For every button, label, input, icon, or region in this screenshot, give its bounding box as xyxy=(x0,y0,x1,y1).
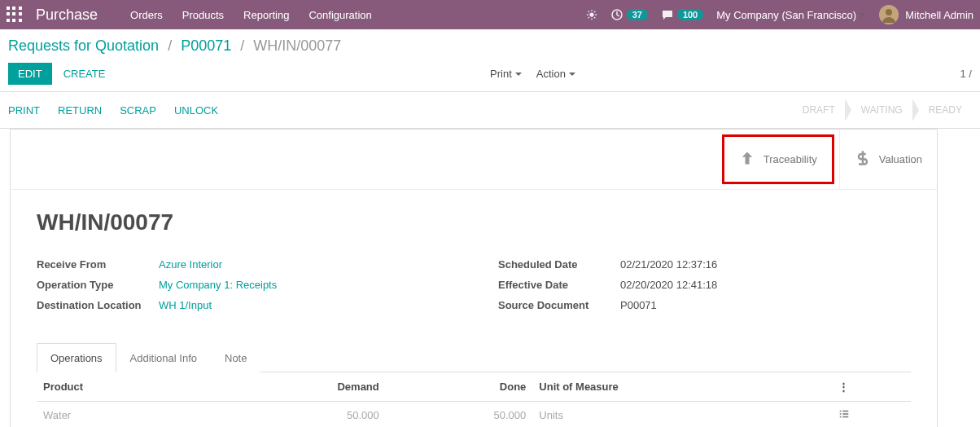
status-draft[interactable]: DRAFT xyxy=(793,99,845,121)
valuation-button[interactable]: Valuation xyxy=(839,130,937,189)
field-effective-date: Effective Date 02/20/2020 12:41:18 xyxy=(498,279,911,291)
avatar xyxy=(879,5,899,24)
svg-rect-9 xyxy=(842,416,848,418)
operation-type-link[interactable]: My Company 1: Receipts xyxy=(159,279,277,291)
action-row: PRINT RETURN SCRAP UNLOCK DRAFT WAITING … xyxy=(0,92,980,129)
activity-badge: 37 xyxy=(627,9,648,20)
company-selector[interactable]: My Company (San Francisco) xyxy=(716,9,866,21)
col-done[interactable]: Done xyxy=(386,372,533,402)
operations-table: Product Demand Done Unit of Measure ⋮ Wa… xyxy=(37,372,911,427)
field-destination-location: Destination Location WH 1/Input xyxy=(37,299,449,311)
control-row: EDIT CREATE Print Action 1 / xyxy=(0,58,980,92)
form-body: WH/IN/00077 Receive From Azure Interior … xyxy=(11,190,937,427)
tab-operations[interactable]: Operations xyxy=(37,343,116,372)
edit-button[interactable]: EDIT xyxy=(8,63,52,85)
arrow-up-icon xyxy=(739,150,755,169)
field-columns: Receive From Azure Interior Operation Ty… xyxy=(37,258,911,319)
field-col-left: Receive From Azure Interior Operation Ty… xyxy=(37,258,449,319)
field-source-document: Source Document P00071 xyxy=(498,299,911,311)
status-arrow-icon xyxy=(845,99,851,121)
return-action[interactable]: RETURN xyxy=(58,104,102,117)
receive-from-link[interactable]: Azure Interior xyxy=(159,258,222,271)
svg-point-3 xyxy=(886,9,892,15)
field-operation-type: Operation Type My Company 1: Receipts xyxy=(37,279,449,291)
cell-uom: Units xyxy=(532,402,832,428)
nav-orders[interactable]: Orders xyxy=(130,9,163,21)
table-row[interactable]: Water 50.000 50.000 Units xyxy=(37,402,911,428)
action-dropdown[interactable]: Action xyxy=(536,68,575,80)
chevron-down-icon xyxy=(515,73,522,76)
tab-note[interactable]: Note xyxy=(211,343,260,372)
record-title: WH/IN/00077 xyxy=(37,209,911,236)
messages-icon[interactable]: 100 xyxy=(661,8,703,21)
print-dropdown[interactable]: Print xyxy=(490,68,522,80)
tabs: Operations Additional Info Note xyxy=(37,342,911,372)
chevron-down-icon xyxy=(569,73,575,76)
svg-rect-6 xyxy=(840,413,842,415)
scrap-action[interactable]: SCRAP xyxy=(120,104,156,117)
messages-badge: 100 xyxy=(677,9,703,20)
breadcrumb-current: WH/IN/00077 xyxy=(253,37,341,54)
destination-location-link[interactable]: WH 1/Input xyxy=(159,299,212,311)
svg-rect-7 xyxy=(842,413,848,415)
topbar-right: 37 100 My Company (San Francisco) Mitche… xyxy=(586,5,973,24)
topbar: Purchase Orders Products Reporting Confi… xyxy=(0,0,980,29)
status-bar: DRAFT WAITING READY xyxy=(793,99,972,121)
cell-done: 50.000 xyxy=(386,402,533,428)
action-links: PRINT RETURN SCRAP UNLOCK xyxy=(8,104,793,117)
cell-detail[interactable] xyxy=(832,402,911,428)
user-menu[interactable]: Mitchell Admin xyxy=(879,5,973,24)
debug-icon[interactable] xyxy=(586,9,597,20)
cell-product: Water xyxy=(37,402,208,428)
chevron-down-icon xyxy=(860,13,866,16)
nav-configuration[interactable]: Configuration xyxy=(308,9,371,21)
field-scheduled-date: Scheduled Date 02/21/2020 12:37:16 xyxy=(498,258,911,271)
svg-rect-8 xyxy=(840,416,842,418)
traceability-button[interactable]: Traceability xyxy=(722,134,834,184)
app-title[interactable]: Purchase xyxy=(36,7,98,24)
field-receive-from: Receive From Azure Interior xyxy=(37,258,449,271)
list-icon xyxy=(838,410,850,422)
nav-products[interactable]: Products xyxy=(182,9,224,21)
breadcrumb-root[interactable]: Requests for Quotation xyxy=(8,37,159,54)
create-button[interactable]: CREATE xyxy=(63,68,106,80)
apps-icon[interactable] xyxy=(7,7,23,23)
svg-rect-4 xyxy=(840,411,842,412)
dollar-icon xyxy=(855,150,871,169)
stat-buttons: Traceability Valuation xyxy=(11,130,937,190)
col-options[interactable]: ⋮ xyxy=(832,372,911,402)
nav-menu: Orders Products Reporting Configuration xyxy=(130,9,586,21)
control-center: Print Action xyxy=(105,68,960,80)
table-header-row: Product Demand Done Unit of Measure ⋮ xyxy=(37,372,911,402)
unlock-action[interactable]: UNLOCK xyxy=(174,104,218,117)
nav-reporting[interactable]: Reporting xyxy=(243,9,289,21)
status-ready[interactable]: READY xyxy=(919,99,972,121)
cell-demand: 50.000 xyxy=(208,402,386,428)
kebab-icon: ⋮ xyxy=(838,381,849,393)
field-col-right: Scheduled Date 02/21/2020 12:37:16 Effec… xyxy=(498,258,911,319)
col-uom[interactable]: Unit of Measure xyxy=(532,372,832,402)
pager[interactable]: 1 / xyxy=(960,68,972,80)
breadcrumb: Requests for Quotation / P00071 / WH/IN/… xyxy=(8,37,972,55)
activity-icon[interactable]: 37 xyxy=(610,8,648,21)
col-product[interactable]: Product xyxy=(37,372,208,402)
status-arrow-icon xyxy=(912,99,919,121)
svg-point-0 xyxy=(589,12,593,16)
breadcrumb-parent[interactable]: P00071 xyxy=(181,37,231,54)
svg-rect-5 xyxy=(842,411,848,412)
col-demand[interactable]: Demand xyxy=(208,372,386,402)
breadcrumb-row: Requests for Quotation / P00071 / WH/IN/… xyxy=(0,29,980,58)
form-sheet: Traceability Valuation WH/IN/00077 Recei… xyxy=(10,129,938,427)
tab-additional-info[interactable]: Additional Info xyxy=(116,343,211,372)
status-waiting[interactable]: WAITING xyxy=(851,99,912,121)
print-action[interactable]: PRINT xyxy=(8,104,40,117)
